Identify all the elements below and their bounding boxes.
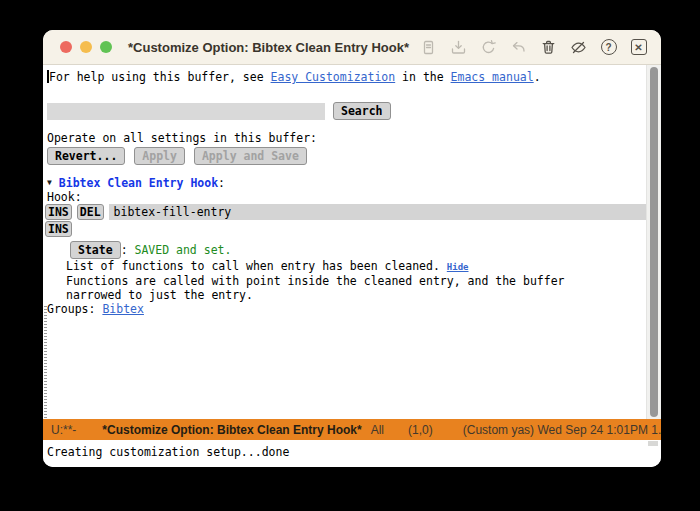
modeline-modes-and-time: (Custom yas) Wed Sep 24 1:01PM 1.42 [16:… — [463, 423, 661, 437]
hook-label: Hook: — [43, 190, 645, 203]
echo-message: Creating customization setup...done — [47, 445, 289, 459]
groups-bibtex-link[interactable]: Bibtex — [102, 302, 144, 316]
groups-label: Groups: — [47, 302, 102, 316]
modeline-flags: U:**- — [51, 423, 76, 437]
disclosure-triangle-icon[interactable]: ▼ — [47, 176, 52, 190]
scrollbar-thumb[interactable] — [650, 67, 658, 417]
state-row: State: SAVED and set. — [43, 240, 645, 259]
apply-button[interactable]: Apply — [134, 147, 185, 165]
intro-end-text: . — [534, 70, 541, 84]
doc-text-1: List of functions to call when entry has… — [66, 259, 447, 273]
modeline-position: (1,0) — [408, 423, 433, 437]
option-suffix: : — [218, 176, 225, 190]
search-row: Search — [47, 101, 645, 121]
intro-line: For help using this buffer, see Easy Cus… — [43, 70, 645, 84]
easy-customization-link[interactable]: Easy Customization — [271, 70, 396, 84]
delete-icon[interactable] — [540, 39, 557, 56]
window-title: *Customize Option: Bibtex Clean Entry Ho… — [128, 40, 409, 55]
echo-scrollbar-corner — [648, 441, 658, 446]
hide-icon[interactable] — [570, 39, 587, 56]
intro-text: For help using this buffer, see — [49, 70, 271, 84]
state-button[interactable]: State — [70, 241, 121, 259]
option-heading: ▼ Bibtex Clean Entry Hook: — [43, 175, 645, 190]
redo-icon[interactable] — [480, 39, 497, 56]
help-icon[interactable]: ? — [600, 39, 617, 56]
hook-value-field[interactable]: bibtex-fill-entry — [109, 204, 647, 220]
copy-icon[interactable] — [420, 39, 437, 56]
modeline-size: All — [371, 423, 384, 437]
zoom-window-button[interactable] — [100, 41, 112, 53]
del-button[interactable]: DEL — [77, 204, 104, 220]
echo-area: Creating customization setup...done — [43, 440, 661, 467]
undo-icon[interactable] — [510, 39, 527, 56]
hide-link[interactable]: Hide — [447, 262, 469, 272]
operate-buttons: Revert... Apply Apply and Save — [47, 145, 645, 167]
revert-button[interactable]: Revert... — [47, 147, 125, 165]
title-bar: *Customize Option: Bibtex Clean Entry Ho… — [43, 30, 661, 65]
search-input[interactable] — [47, 103, 325, 120]
groups-line: Groups: Bibtex — [43, 302, 645, 316]
traffic-lights — [60, 41, 112, 53]
emacs-manual-link[interactable]: Emacs manual — [451, 70, 534, 84]
search-button[interactable]: Search — [333, 102, 391, 120]
close-icon[interactable]: ✕ — [630, 39, 647, 56]
mode-line: U:**- *Customize Option: Bibtex Clean En… — [43, 419, 661, 440]
intro-mid-text: in the — [395, 70, 450, 84]
operate-label: Operate on all settings in this buffer: — [43, 131, 645, 145]
modeline-buffer-name: *Customize Option: Bibtex Clean Entry Ho… — [102, 423, 361, 437]
state-separator: : — [121, 243, 135, 257]
save-icon[interactable] — [450, 39, 467, 56]
doc-line-2: Functions are called with point inside t… — [43, 274, 645, 288]
doc-line-1: List of functions to call when entry has… — [43, 259, 645, 274]
apply-and-save-button[interactable]: Apply and Save — [194, 147, 307, 165]
minimize-window-button[interactable] — [80, 41, 92, 53]
close-window-button[interactable] — [60, 41, 72, 53]
empty-lines-fringe-indicator — [44, 306, 47, 418]
scrollbar[interactable] — [646, 65, 661, 419]
option-name[interactable]: Bibtex Clean Entry Hook — [59, 176, 218, 190]
ins-button[interactable]: INS — [45, 204, 72, 220]
state-value: SAVED and set. — [134, 243, 231, 257]
customize-buffer: For help using this buffer, see Easy Cus… — [43, 65, 661, 419]
hook-entry-row: INS DEL bibtex-fill-entry — [45, 203, 645, 220]
doc-line-3: narrowed to just the entry. — [43, 288, 645, 302]
toolbar: ? ✕ — [420, 39, 647, 56]
ins-button-2[interactable]: INS — [45, 221, 72, 237]
hook-add-row: INS — [45, 220, 645, 237]
emacs-window: *Customize Option: Bibtex Clean Entry Ho… — [43, 30, 661, 467]
